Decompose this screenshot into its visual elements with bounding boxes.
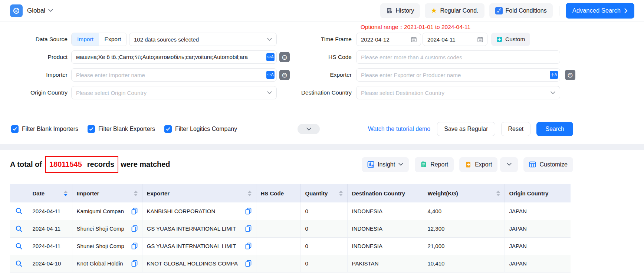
region-label: Global	[27, 7, 45, 14]
cell-quantity: 0	[300, 237, 347, 255]
chevron-right-icon	[624, 8, 628, 13]
customize-button[interactable]: Customize	[523, 157, 573, 172]
date-end-input[interactable]: 2024-04-11	[423, 33, 487, 46]
sort-arrows-icon[interactable]	[134, 191, 138, 196]
chevron-down-icon	[48, 9, 53, 12]
advanced-search-button[interactable]: Advanced Search	[566, 3, 634, 19]
fold-conditions-button[interactable]: Fold Conditions	[489, 3, 553, 18]
col-header-date[interactable]: Date	[28, 184, 72, 202]
table-row: 2024-04-11Shunei Shoji CompGS YUASA INTE…	[10, 220, 571, 237]
report-button[interactable]: Report	[415, 157, 454, 172]
topbar-actions: History ★ Regular Cond. Fold Conditions …	[380, 3, 634, 19]
copy-icon[interactable]	[245, 225, 252, 232]
table-row: 2024-04-11Shunei Shoji CompGS YUASA INTE…	[10, 237, 571, 255]
cell-weight: 21,000	[423, 237, 505, 255]
sort-arrows-icon[interactable]	[64, 191, 68, 196]
trade-data-search-app: Global History ★ Regular Cond.	[0, 0, 644, 274]
origin-country-select[interactable]: Please select Origin Country	[71, 86, 277, 99]
export-dropdown-button[interactable]	[500, 157, 518, 172]
copy-icon[interactable]	[131, 225, 138, 232]
data-sources-select[interactable]: 102 data sources selected	[129, 33, 277, 46]
section-divider-band	[0, 144, 644, 150]
checkbox-checked-icon[interactable]	[88, 125, 95, 133]
exclude-filter-icon[interactable]: ⊜	[565, 70, 575, 80]
product-input[interactable]	[71, 50, 277, 64]
copy-icon[interactable]	[131, 260, 138, 267]
sort-arrows-icon[interactable]	[496, 191, 500, 196]
sort-arrows-icon[interactable]	[248, 191, 252, 196]
reset-button[interactable]: Reset	[501, 122, 531, 136]
tab-export[interactable]: Export	[99, 33, 126, 46]
results-header: A total of 18011545 records were matched…	[0, 150, 644, 173]
regular-cond-button[interactable]: ★ Regular Cond.	[425, 3, 484, 18]
copy-icon[interactable]	[131, 208, 138, 215]
cell-text: KANBISHI CORPORATION	[147, 208, 216, 214]
records-word: records	[87, 160, 114, 169]
cell-exporter: GS YUASA INTERNATIONAL LIMIT	[142, 237, 256, 255]
destination-country-select[interactable]: Please select Destination Country	[356, 86, 560, 99]
importer-input[interactable]	[71, 68, 277, 82]
cell-destination: INDONESIA	[347, 202, 423, 220]
translate-icon[interactable]: 中A	[550, 71, 558, 79]
copy-icon[interactable]	[131, 242, 138, 250]
magnifier-icon[interactable]	[15, 225, 23, 232]
insight-button[interactable]: BI Insight	[362, 157, 409, 172]
sort-arrows-icon[interactable]	[339, 191, 343, 196]
region-selector[interactable]: Global	[27, 7, 53, 14]
form-row-importer: Importer 中A ⊜ Exporter 中A ⊜	[0, 68, 644, 82]
exclude-filter-icon[interactable]: ⊜	[279, 52, 290, 62]
col-header-exporter[interactable]: Exporter	[142, 184, 256, 202]
tab-import[interactable]: Import	[72, 33, 99, 46]
copy-icon[interactable]	[245, 208, 252, 215]
magnifier-icon[interactable]	[15, 207, 23, 215]
destination-country-placeholder: Please select Destination Country	[361, 90, 551, 96]
col-header-weight-kg[interactable]: Weight(KG)	[423, 184, 505, 202]
cell-quantity: 0	[300, 220, 347, 237]
exclude-filter-icon[interactable]: ⊜	[279, 70, 290, 80]
history-icon	[386, 7, 393, 14]
cell-text: GS YUASA INTERNATIONAL LIMIT	[147, 243, 236, 249]
save-as-regular-button[interactable]: Save as Regular	[437, 122, 495, 136]
checkbox-filter-blank-exporters[interactable]: Filter Blank Exporters	[88, 125, 155, 133]
chevron-down-icon	[507, 163, 512, 166]
col-header-importer[interactable]: Importer	[72, 184, 142, 202]
col-header-label: Quantity	[305, 190, 328, 197]
copy-icon[interactable]	[245, 260, 252, 267]
translate-icon[interactable]: 中A	[266, 53, 275, 61]
row-preview-cell	[10, 202, 28, 220]
col-header-hs-code: HS Code	[256, 184, 300, 202]
custom-range-button[interactable]: Custom	[491, 33, 530, 46]
copy-icon[interactable]	[245, 242, 252, 250]
cell-weight: 4,400	[423, 202, 505, 220]
date-end-value: 2024-04-11	[427, 36, 477, 43]
time-frame-label: Time Frame	[293, 36, 352, 43]
cell-origin: JAPAN	[505, 220, 571, 237]
cell-date: 2024-04-11	[28, 237, 72, 255]
checkbox-checked-icon[interactable]	[164, 125, 172, 133]
magnifier-icon[interactable]	[15, 260, 23, 267]
date-start-input[interactable]: 2022-04-12	[356, 33, 421, 46]
cell-date: 2024-04-11	[28, 202, 72, 220]
translate-icon[interactable]: 中A	[266, 71, 275, 79]
checkbox-filter-logistics-company[interactable]: Filter Logitics Company	[164, 125, 237, 133]
hs-code-input[interactable]	[356, 50, 560, 64]
checkbox-filter-blank-importers[interactable]: Filter Blank Importers	[11, 125, 78, 133]
collapse-conditions-button[interactable]	[298, 124, 320, 134]
export-button[interactable]: Export	[459, 157, 497, 172]
topbar-divider	[559, 6, 559, 16]
col-header-label: Destination Country	[352, 190, 405, 197]
exporter-input[interactable]	[356, 68, 560, 82]
insight-label: Insight	[378, 161, 395, 168]
history-button[interactable]: History	[380, 3, 420, 18]
magnifier-icon[interactable]	[15, 242, 23, 250]
col-header-quantity[interactable]: Quantity	[300, 184, 347, 202]
insight-bi-icon: BI	[367, 161, 374, 168]
data-source-label: Data Source	[0, 36, 68, 43]
cell-hs-code	[256, 202, 300, 220]
search-button[interactable]: Search	[536, 122, 573, 136]
checkbox-label: Filter Logitics Company	[175, 126, 237, 132]
chevron-down-icon	[551, 91, 555, 95]
checkbox-checked-icon[interactable]	[11, 125, 19, 133]
row-preview-cell	[10, 237, 28, 255]
tutorial-demo-link[interactable]: Watch the tutorial demo	[368, 126, 430, 132]
